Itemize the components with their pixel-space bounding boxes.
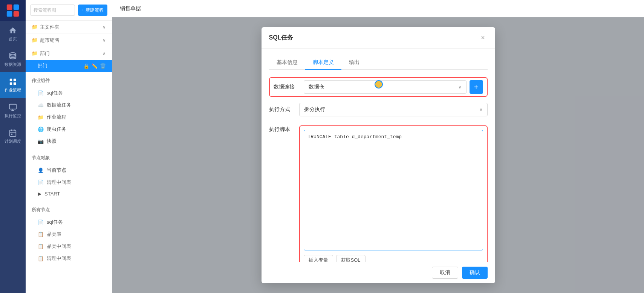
sql-task-modal: SQL任务 × 基本信息 脚本定义 输出 数据连接 bbox=[262, 27, 495, 283]
all-sql-task[interactable]: 📄 sql任务 bbox=[26, 216, 112, 228]
sidebar-folder-supermarket[interactable]: 📁超市销售 ∨ bbox=[26, 34, 112, 47]
active-node-label: 部门 bbox=[38, 63, 47, 69]
nav-label-home: 首页 bbox=[9, 36, 17, 42]
nav-bar: 首页 数据资源 作业流程 执行监控 计划调度 bbox=[0, 0, 26, 293]
current-node-icon: 👤 bbox=[38, 168, 44, 173]
nodes-section-label: 节点对象 bbox=[26, 152, 112, 164]
cancel-button[interactable]: 取消 bbox=[432, 267, 458, 279]
all-category-inter[interactable]: 📋 品类中间表 bbox=[26, 240, 112, 252]
crawler-icon: 🌐 bbox=[38, 127, 44, 132]
folder-department: 📁部门 ∧ 部门 🔒 ✏️ 🗑️ bbox=[26, 47, 112, 72]
nav-item-workflow[interactable]: 作业流程 bbox=[0, 72, 26, 98]
svg-rect-6 bbox=[14, 78, 16, 81]
delete-icon[interactable]: 🗑️ bbox=[100, 63, 106, 69]
svg-rect-11 bbox=[11, 133, 12, 135]
nav-item-monitor[interactable]: 执行监控 bbox=[0, 98, 26, 124]
sidebar-dataflow-task[interactable]: ☁️ 数据流任务 bbox=[26, 99, 112, 111]
nav-label-workflow: 作业流程 bbox=[5, 87, 21, 93]
data-connection-row: 数据连接 数据仓 ∨ + bbox=[269, 77, 488, 97]
confirm-button[interactable]: 确认 bbox=[462, 267, 488, 279]
nav-item-datasource[interactable]: 数据资源 bbox=[0, 47, 26, 72]
all-clear-inter[interactable]: 📋 清理中间表 bbox=[26, 252, 112, 264]
sidebar-folder-main[interactable]: 📁主文件夹 ∨ bbox=[26, 21, 112, 34]
schedule-icon bbox=[9, 129, 17, 137]
svg-rect-10 bbox=[10, 130, 16, 136]
sidebar-active-department[interactable]: 部门 🔒 ✏️ 🗑️ bbox=[26, 60, 112, 72]
svg-rect-3 bbox=[14, 11, 19, 17]
folder-supermarket: 📁超市销售 ∨ bbox=[26, 34, 112, 47]
folder-icon-supermarket: 📁 bbox=[32, 37, 38, 43]
sidebar-clear-inter[interactable]: 📄 清理中间表 bbox=[26, 176, 112, 188]
svg-rect-7 bbox=[10, 82, 12, 84]
nav-label-monitor: 执行监控 bbox=[5, 113, 21, 119]
chevron-main: ∨ bbox=[102, 24, 106, 30]
all-category-icon: 📋 bbox=[38, 232, 44, 237]
nav-item-schedule[interactable]: 计划调度 bbox=[0, 124, 26, 149]
workflow-task-icon: 📁 bbox=[38, 114, 44, 120]
modal-close-button[interactable]: × bbox=[479, 33, 488, 42]
all-nodes-section: 所有节点 📄 sql任务 📋 品类表 📋 品类中间表 📋 清理中间表 bbox=[26, 201, 112, 267]
search-placeholder: 搜索流程图 bbox=[34, 7, 56, 14]
execution-mode-chevron-icon: ∨ bbox=[479, 107, 483, 112]
modal-tabs: 基本信息 脚本定义 输出 bbox=[269, 56, 488, 70]
sql-task-icon: 📄 bbox=[38, 90, 44, 96]
sidebar-workflow-task[interactable]: 📁 作业流程 bbox=[26, 111, 112, 123]
sidebar-snapshot[interactable]: 📷 快照 bbox=[26, 135, 112, 147]
search-input[interactable]: 搜索流程图 bbox=[30, 5, 75, 16]
nodes-section: 节点对象 👤 当前节点 📄 清理中间表 ▶ START bbox=[26, 150, 112, 201]
clear-inter-icon: 📄 bbox=[38, 180, 44, 185]
svg-rect-2 bbox=[7, 11, 12, 17]
folder-main: 📁主文件夹 ∨ bbox=[26, 21, 112, 34]
tab-output[interactable]: 输出 bbox=[341, 56, 367, 70]
nav-label-datasource: 数据资源 bbox=[5, 62, 21, 67]
execution-mode-select[interactable]: 拆分执行 ∨ bbox=[299, 103, 488, 116]
modal-title: SQL任务 bbox=[269, 34, 294, 42]
all-sql-icon: 📄 bbox=[38, 220, 44, 225]
script-area: TRUNCATE table d_department_temp| 插入变量 获… bbox=[299, 125, 488, 262]
data-connection-label: 数据连接 bbox=[274, 84, 304, 90]
modal-footer: 取消 确认 bbox=[262, 262, 495, 283]
insert-variable-button[interactable]: 插入变量 bbox=[304, 255, 333, 262]
get-sql-button[interactable]: 获取SQL bbox=[336, 255, 366, 262]
lock-icon: 🔒 bbox=[83, 63, 89, 69]
nav-label-schedule: 计划调度 bbox=[5, 139, 21, 144]
sidebar: 搜索流程图 + 新建流程 📁主文件夹 ∨ 📁超市销售 ∨ 📁部门 ∧ 部门 🔒 … bbox=[26, 0, 112, 293]
sidebar-crawler-task[interactable]: 🌐 爬虫任务 bbox=[26, 123, 112, 135]
script-label: 执行脚本 bbox=[269, 122, 299, 133]
folder-icon-department: 📁 bbox=[32, 50, 38, 56]
main-content: 销售单据 SQL任务 × 基本信息 脚本定义 输出 bbox=[112, 0, 644, 293]
sidebar-start[interactable]: ▶ START bbox=[26, 188, 112, 199]
chevron-supermarket: ∨ bbox=[102, 38, 106, 43]
script-buttons: 插入变量 获取SQL bbox=[304, 255, 483, 262]
data-connection-select-wrapper: 数据仓 ∨ bbox=[304, 80, 467, 94]
breadcrumb: 销售单据 bbox=[112, 0, 644, 17]
sidebar-folder-department[interactable]: 📁部门 ∧ bbox=[26, 47, 112, 60]
script-textarea[interactable]: TRUNCATE table d_department_temp| bbox=[304, 130, 483, 250]
tab-script-def[interactable]: 脚本定义 bbox=[305, 56, 341, 70]
nav-item-home[interactable]: 首页 bbox=[0, 21, 26, 47]
svg-rect-9 bbox=[9, 104, 16, 109]
add-connection-button[interactable]: + bbox=[470, 80, 483, 94]
tab-basic-info[interactable]: 基本信息 bbox=[269, 56, 305, 70]
select-chevron-icon: ∨ bbox=[458, 84, 462, 90]
all-nodes-label: 所有节点 bbox=[26, 204, 112, 216]
svg-rect-8 bbox=[14, 82, 16, 84]
svg-rect-1 bbox=[14, 5, 19, 10]
database-icon bbox=[9, 52, 17, 60]
edit-icon[interactable]: ✏️ bbox=[92, 63, 98, 69]
modal-body: 基本信息 脚本定义 输出 数据连接 数据仓 ∨ + bbox=[262, 49, 495, 262]
dataflow-icon: ☁️ bbox=[38, 102, 44, 108]
snapshot-icon: 📷 bbox=[38, 139, 44, 144]
canvas-area: SQL任务 × 基本信息 脚本定义 输出 数据连接 bbox=[112, 17, 644, 293]
folder-icon-main: 📁 bbox=[32, 24, 38, 30]
data-connection-select[interactable]: 数据仓 ∨ bbox=[304, 80, 467, 94]
workflow-icon bbox=[9, 78, 17, 86]
all-category[interactable]: 📋 品类表 bbox=[26, 228, 112, 240]
execution-mode-label: 执行方式 bbox=[269, 106, 299, 113]
svg-rect-5 bbox=[10, 78, 12, 81]
sidebar-current-node[interactable]: 👤 当前节点 bbox=[26, 164, 112, 176]
modal-header: SQL任务 × bbox=[262, 27, 495, 49]
chevron-department: ∧ bbox=[102, 51, 106, 56]
sidebar-sql-task[interactable]: 📄 sql任务 bbox=[26, 87, 112, 99]
new-flow-button[interactable]: + 新建流程 bbox=[78, 5, 107, 16]
